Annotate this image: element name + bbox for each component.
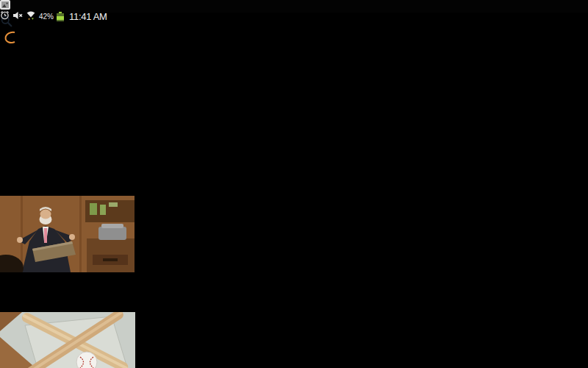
article-card[interactable]: Laurens YMCA kicks off after school base… <box>0 312 135 368</box>
status-bar: 42% 11:41 AM <box>0 0 588 13</box>
logo-swoosh-icon <box>0 30 21 45</box>
article-card[interactable]: Hitt lauds Laurens County at LCDC annual… <box>0 196 135 312</box>
section-bar: LOCAL NEWS <box>0 61 588 74</box>
screenshot-notification-icon <box>0 0 10 10</box>
article-title: Clinton woman killed in single-vehicle a… <box>0 74 135 101</box>
news-app-screen: { "status_bar": { "battery_percent": "42… <box>0 0 588 368</box>
article-title: Hitt lauds Laurens County at LCDC annual… <box>0 275 135 315</box>
app-window: GoLaurens.com Your Source For Local News… <box>0 0 588 368</box>
logo-title: GoLaurens.com <box>0 30 588 48</box>
main-content-pane: GoLaurens.com Your Source For Local News… <box>0 0 588 368</box>
article-date: Feb 21, 2014 8:31 AM <box>0 101 135 114</box>
section-title: LOCAL NEWS <box>0 61 76 74</box>
article-card[interactable]: Clinton woman killed in single-vehicle a… <box>0 74 135 196</box>
battery-percent: 42% <box>39 13 54 21</box>
status-time: 11:41 AM <box>69 11 107 22</box>
golaurens-logo: GoLaurens.com Your Source For Local News <box>0 30 588 61</box>
mute-icon <box>12 10 23 23</box>
alarm-icon <box>0 10 10 23</box>
wifi-icon <box>26 10 36 23</box>
article-image-man-speaking-at-lectern <box>0 196 135 272</box>
logo-tagline: Your Source For Local News <box>0 48 588 61</box>
battery-icon <box>57 12 64 21</box>
article-image-baseball-bats-and-ball <box>0 312 135 368</box>
